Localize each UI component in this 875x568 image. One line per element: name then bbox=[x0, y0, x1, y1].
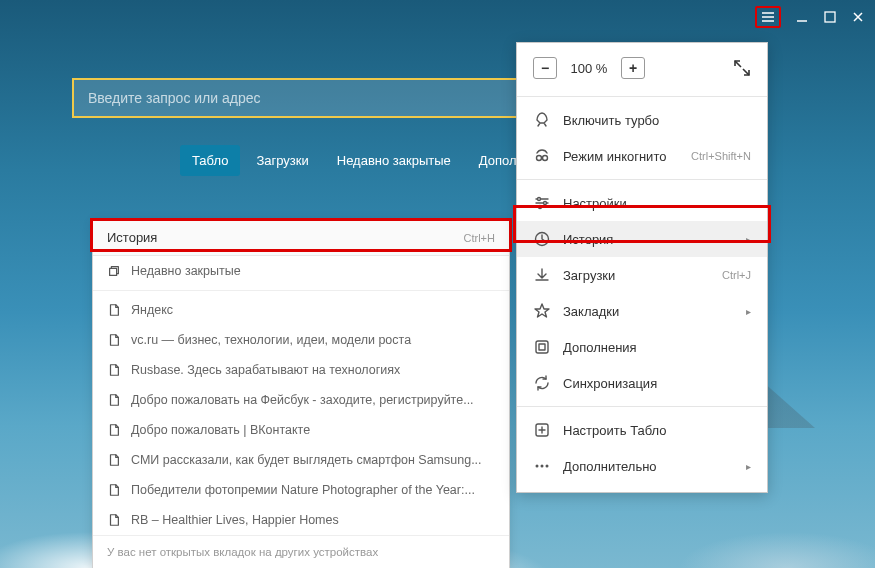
menu-item-label: Настройки bbox=[563, 196, 751, 211]
zoom-controls: − 100 % + bbox=[517, 51, 767, 91]
page-icon bbox=[107, 423, 121, 437]
menu-item-label: Режим инкогнито bbox=[563, 149, 679, 164]
menu-item-label: Дополнения bbox=[563, 340, 751, 355]
history-item-label: Rusbase. Здесь зарабатывают на технологи… bbox=[131, 363, 400, 377]
menu-item-label: Загрузки bbox=[563, 268, 710, 283]
settings-icon bbox=[533, 194, 551, 212]
menu-item-star[interactable]: Закладки▸ bbox=[517, 293, 767, 329]
extensions-icon bbox=[533, 338, 551, 356]
page-icon bbox=[107, 333, 121, 347]
zoom-value: 100 % bbox=[567, 61, 611, 76]
star-icon bbox=[533, 302, 551, 320]
menu-item-configure[interactable]: Настроить Табло bbox=[517, 412, 767, 448]
main-menu: − 100 % + Включить турбоРежим инкогнитоC… bbox=[516, 42, 768, 493]
menu-item-label: Дополнительно bbox=[563, 459, 734, 474]
page-icon bbox=[107, 513, 121, 527]
menu-item-extensions[interactable]: Дополнения bbox=[517, 329, 767, 365]
nav-tabs: Табло Загрузки Недавно закрытые Дополнен… bbox=[180, 145, 564, 176]
history-item-label: RB – Healthier Lives, Happier Homes bbox=[131, 513, 339, 527]
menu-shortcut: Ctrl+J bbox=[722, 269, 751, 281]
menu-item-label: Синхронизация bbox=[563, 376, 751, 391]
page-icon bbox=[107, 393, 121, 407]
menu-item-incognito[interactable]: Режим инкогнитоCtrl+Shift+N bbox=[517, 138, 767, 174]
history-item-label: Победители фотопремии Nature Photographe… bbox=[131, 483, 475, 497]
hamburger-menu-highlight bbox=[755, 6, 781, 28]
page-icon bbox=[107, 363, 121, 377]
history-dropdown-footer: У вас нет открытых вкладок на других уст… bbox=[93, 535, 509, 568]
page-icon bbox=[107, 453, 121, 467]
configure-icon bbox=[533, 421, 551, 439]
history-item[interactable]: vc.ru — бизнес, технологии, идеи, модели… bbox=[93, 325, 509, 355]
history-item-label: Яндекс bbox=[131, 303, 173, 317]
svg-point-4 bbox=[543, 156, 548, 161]
menu-item-history[interactable]: История▸ bbox=[517, 221, 767, 257]
incognito-icon bbox=[533, 147, 551, 165]
fullscreen-icon[interactable] bbox=[733, 59, 751, 77]
menu-item-sync[interactable]: Синхронизация bbox=[517, 365, 767, 401]
history-item[interactable]: Победители фотопремии Nature Photographe… bbox=[93, 475, 509, 505]
history-item[interactable]: Rusbase. Здесь зарабатывают на технологи… bbox=[93, 355, 509, 385]
svg-point-13 bbox=[541, 465, 544, 468]
rocket-icon bbox=[533, 111, 551, 129]
page-icon bbox=[107, 483, 121, 497]
history-item[interactable]: СМИ рассказали, как будет выглядеть смар… bbox=[93, 445, 509, 475]
history-item-label: Недавно закрытые bbox=[131, 264, 241, 278]
sync-icon bbox=[533, 374, 551, 392]
menu-item-rocket[interactable]: Включить турбо bbox=[517, 102, 767, 138]
close-icon[interactable] bbox=[851, 10, 865, 24]
maximize-icon[interactable] bbox=[823, 10, 837, 24]
chevron-right-icon: ▸ bbox=[746, 461, 751, 472]
svg-rect-1 bbox=[825, 12, 835, 22]
svg-rect-9 bbox=[536, 341, 548, 353]
svg-rect-2 bbox=[110, 268, 117, 275]
menu-item-label: История bbox=[563, 232, 734, 247]
history-dropdown-header[interactable]: История Ctrl+H bbox=[93, 220, 509, 256]
history-icon bbox=[533, 230, 551, 248]
svg-point-14 bbox=[546, 465, 549, 468]
zoom-out-button[interactable]: − bbox=[533, 57, 557, 79]
history-dropdown: История Ctrl+H Недавно закрытыеЯндексvc.… bbox=[92, 219, 510, 568]
tab-downloads[interactable]: Загрузки bbox=[244, 145, 320, 176]
history-item-label: Добро пожаловать на Фейсбук - заходите, … bbox=[131, 393, 474, 407]
download-icon bbox=[533, 266, 551, 284]
menu-shortcut: Ctrl+Shift+N bbox=[691, 150, 751, 162]
menu-item-label: Настроить Табло bbox=[563, 423, 751, 438]
restore-icon bbox=[107, 264, 121, 278]
svg-point-12 bbox=[536, 465, 539, 468]
hamburger-menu-icon[interactable] bbox=[761, 10, 775, 24]
history-item[interactable]: Яндекс bbox=[93, 295, 509, 325]
tab-recently-closed[interactable]: Недавно закрытые bbox=[325, 145, 463, 176]
history-item-label: Добро пожаловать | ВКонтакте bbox=[131, 423, 310, 437]
menu-item-settings[interactable]: Настройки bbox=[517, 185, 767, 221]
history-item-label: vc.ru — бизнес, технологии, идеи, модели… bbox=[131, 333, 411, 347]
svg-point-6 bbox=[544, 202, 547, 205]
minimize-icon[interactable] bbox=[795, 10, 809, 24]
history-item[interactable]: RB – Healthier Lives, Happier Homes bbox=[93, 505, 509, 535]
svg-point-5 bbox=[538, 198, 541, 201]
chevron-right-icon: ▸ bbox=[746, 306, 751, 317]
history-shortcut: Ctrl+H bbox=[464, 232, 495, 244]
history-item-label: СМИ рассказали, как будет выглядеть смар… bbox=[131, 453, 482, 467]
svg-point-7 bbox=[539, 206, 542, 209]
svg-point-3 bbox=[537, 156, 542, 161]
history-item[interactable]: Добро пожаловать | ВКонтакте bbox=[93, 415, 509, 445]
history-item[interactable]: Добро пожаловать на Фейсбук - заходите, … bbox=[93, 385, 509, 415]
page-icon bbox=[107, 303, 121, 317]
svg-rect-10 bbox=[539, 344, 545, 350]
history-dropdown-title: История bbox=[107, 230, 157, 245]
menu-item-more[interactable]: Дополнительно▸ bbox=[517, 448, 767, 484]
menu-item-label: Включить турбо bbox=[563, 113, 751, 128]
history-item[interactable]: Недавно закрытые bbox=[93, 256, 509, 286]
zoom-in-button[interactable]: + bbox=[621, 57, 645, 79]
more-icon bbox=[533, 457, 551, 475]
menu-item-label: Закладки bbox=[563, 304, 734, 319]
menu-item-download[interactable]: ЗагрузкиCtrl+J bbox=[517, 257, 767, 293]
tab-tableau[interactable]: Табло bbox=[180, 145, 240, 176]
window-controls bbox=[755, 6, 865, 28]
chevron-right-icon: ▸ bbox=[746, 234, 751, 245]
